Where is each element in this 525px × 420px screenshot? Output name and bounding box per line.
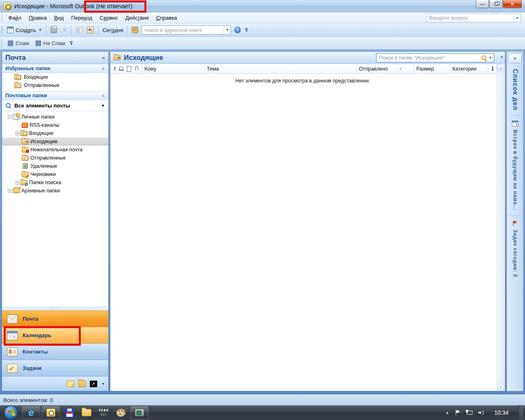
- contacts-book-button[interactable]: [129, 25, 141, 35]
- tree-item-deleted[interactable]: Удаленные: [2, 162, 108, 170]
- tree-item-sent[interactable]: Отправленные: [2, 154, 108, 162]
- today-button[interactable]: Сегодня: [100, 25, 126, 35]
- show-hidden-icons-icon[interactable]: ▲: [445, 411, 449, 415]
- mail-folders-section-header[interactable]: Почтовые папки «: [2, 91, 108, 100]
- ask-question-dropdown-icon[interactable]: ▼: [514, 14, 520, 22]
- show-desktop-button[interactable]: [518, 405, 523, 420]
- taskbar-save-shortcut[interactable]: [62, 406, 77, 419]
- expand-expander-icon[interactable]: +: [16, 132, 19, 135]
- new-item-button[interactable]: Создать ▼: [5, 25, 44, 35]
- todo-appointments-label[interactable]: Встреч в будущем не наме...: [512, 130, 518, 210]
- expand-todo-bar-icon[interactable]: «: [508, 53, 522, 63]
- collapse-section-icon[interactable]: «: [100, 94, 107, 97]
- tree-item-archive-folders[interactable]: + Архивные папки: [2, 187, 108, 195]
- column-categories[interactable]: Категории: [450, 64, 488, 73]
- taskbar-outlook[interactable]: [42, 406, 60, 419]
- toolbar-grip[interactable]: [1, 14, 2, 21]
- nav-button-tasks[interactable]: Задачи: [2, 360, 108, 376]
- icon-columns[interactable]: !: [110, 64, 142, 73]
- expand-expander-icon[interactable]: +: [16, 181, 19, 185]
- address-search-combo[interactable]: ▼: [142, 25, 231, 34]
- menu-help[interactable]: Справка: [153, 14, 181, 22]
- reading-pane-button[interactable]: [73, 25, 85, 35]
- tree-item-personal-folders[interactable]: − Личные папки: [2, 113, 108, 121]
- tree-item-drafts[interactable]: Черновики: [2, 170, 108, 178]
- calendar-icon: [512, 121, 518, 126]
- column-sent[interactable]: Отправлено▼: [357, 64, 414, 73]
- shortcuts-icon[interactable]: [90, 381, 97, 387]
- minimize-button[interactable]: —: [476, 0, 489, 8]
- favorite-folder-sent[interactable]: Отправленные: [2, 81, 108, 89]
- start-button[interactable]: [4, 406, 18, 420]
- toolbar-overflow-button[interactable]: ▼: [68, 38, 74, 48]
- taskbar-explorer-shortcut[interactable]: [79, 406, 94, 419]
- collapse-section-icon[interactable]: «: [100, 67, 107, 70]
- instant-search-input[interactable]: [377, 55, 482, 61]
- nav-button-mail[interactable]: Почта: [2, 310, 108, 327]
- restore-button[interactable]: [489, 0, 502, 8]
- menu-edit[interactable]: Правка: [25, 14, 50, 22]
- flag-column-icon: [491, 66, 493, 71]
- scroll-up-icon[interactable]: ▲: [498, 64, 504, 71]
- address-book-button[interactable]: [85, 25, 96, 35]
- instant-search-box[interactable]: ▼: [376, 53, 494, 62]
- column-to[interactable]: Кому: [142, 64, 205, 73]
- vertical-scrollbar[interactable]: ▲ ▼: [497, 64, 504, 390]
- todo-bar-title[interactable]: Список дел: [511, 69, 519, 110]
- sort-descending-icon: ▼: [399, 67, 402, 71]
- spam-button[interactable]: Спам: [5, 38, 32, 48]
- delete-button[interactable]: ✕: [59, 25, 70, 35]
- help-button[interactable]: ?: [232, 25, 243, 35]
- taskbar-viewer-app[interactable]: [130, 406, 148, 419]
- expand-expander-icon[interactable]: +: [8, 189, 11, 193]
- nav-button-contacts[interactable]: Контакты: [2, 343, 108, 360]
- column-subject[interactable]: Тема: [205, 64, 357, 73]
- column-flag[interactable]: [488, 64, 497, 73]
- collapse-nav-pane-icon[interactable]: «: [102, 55, 105, 61]
- menu-tools[interactable]: Сервис: [96, 14, 122, 22]
- not-spam-button[interactable]: Не Спам: [32, 38, 68, 48]
- taskbar-movie-maker-shortcut[interactable]: [96, 406, 112, 419]
- search-options-dropdown-icon[interactable]: ▼: [487, 54, 494, 62]
- favorites-section-header[interactable]: Избранные папки «: [2, 64, 108, 73]
- toolbar-grip[interactable]: [1, 25, 2, 34]
- collapse-expander-icon[interactable]: −: [8, 115, 11, 119]
- taskbar-clock[interactable]: 10:34: [494, 409, 509, 416]
- message-list-body[interactable]: Нет элементов для просмотра в данном пре…: [110, 74, 505, 391]
- volume-icon[interactable]: [478, 410, 484, 415]
- all-mail-items-selector[interactable]: Все элементы почты ▼: [2, 100, 108, 111]
- favorite-folder-inbox[interactable]: Входящие: [2, 73, 108, 81]
- network-icon[interactable]: [466, 410, 472, 415]
- nav-buttons-splitter[interactable]: ·····: [2, 307, 108, 310]
- taskbar-paint-shortcut[interactable]: [113, 406, 129, 419]
- address-search-input[interactable]: [142, 27, 224, 33]
- taskbar-internet-explorer[interactable]: e: [22, 406, 40, 419]
- address-search-dropdown-icon[interactable]: ▼: [224, 26, 231, 34]
- tree-item-rss[interactable]: RSS-каналы: [2, 121, 108, 129]
- configure-buttons-icon[interactable]: ▼: [101, 382, 105, 386]
- tree-item-outbox[interactable]: ➜ Исходящие: [2, 137, 108, 146]
- tree-item-inbox[interactable]: + Входящие: [2, 129, 108, 137]
- nav-pane-title: Почта: [5, 54, 102, 62]
- folder-list-icon[interactable]: [78, 381, 86, 387]
- ask-question-combo[interactable]: ▼: [427, 14, 521, 22]
- search-folders-icon: [21, 180, 27, 185]
- print-button[interactable]: [48, 25, 59, 35]
- menu-go[interactable]: Переход: [67, 14, 96, 22]
- tree-item-search-folders[interactable]: + Папки поиска: [2, 178, 108, 187]
- tree-item-junk[interactable]: Нежелательная почта: [2, 146, 108, 154]
- ask-question-input[interactable]: [427, 15, 514, 21]
- toolbar-overflow-button[interactable]: ▼: [243, 25, 249, 35]
- close-button[interactable]: ✕: [503, 0, 522, 8]
- scroll-down-icon[interactable]: ▼: [498, 384, 504, 390]
- menu-actions[interactable]: Действия: [122, 14, 153, 22]
- action-center-icon[interactable]: [455, 410, 460, 415]
- column-size[interactable]: Размер: [414, 64, 450, 73]
- menu-view[interactable]: Вид: [50, 14, 68, 22]
- todo-tasks-label[interactable]: Задач сегодня: 3: [512, 230, 518, 277]
- expand-search-icon[interactable]: «: [499, 56, 505, 59]
- notes-icon[interactable]: [67, 381, 74, 387]
- menu-file[interactable]: Файл: [5, 14, 25, 22]
- toolbar-grip[interactable]: [1, 39, 2, 48]
- all-mail-dropdown-icon[interactable]: ▼: [101, 103, 105, 108]
